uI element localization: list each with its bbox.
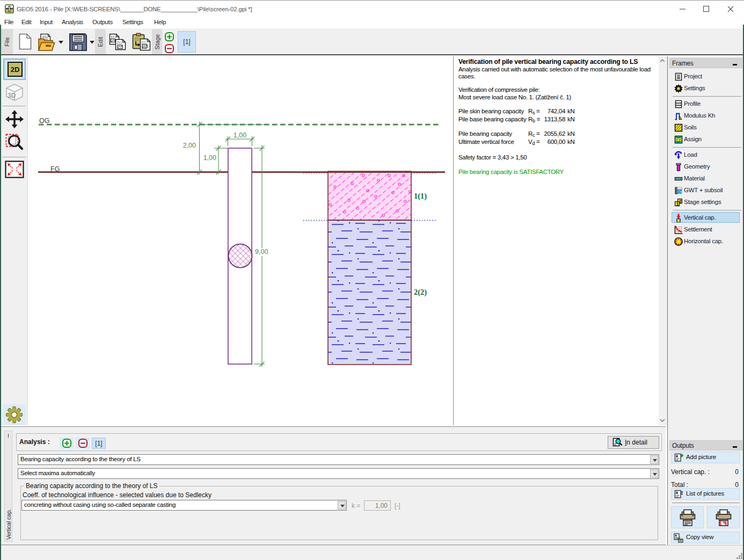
svg-text:1(1): 1(1) xyxy=(414,192,427,201)
svg-text:OG: OG xyxy=(39,117,49,125)
svg-text:2(2): 2(2) xyxy=(414,288,427,297)
svg-text:1: 1 xyxy=(676,201,679,207)
svg-text:9,00: 9,00 xyxy=(255,248,268,256)
svg-text:2,00: 2,00 xyxy=(183,142,196,149)
svg-text:1,00: 1,00 xyxy=(203,154,216,162)
svg-text:1,00: 1,00 xyxy=(234,132,246,139)
svg-text:3D: 3D xyxy=(8,92,16,99)
